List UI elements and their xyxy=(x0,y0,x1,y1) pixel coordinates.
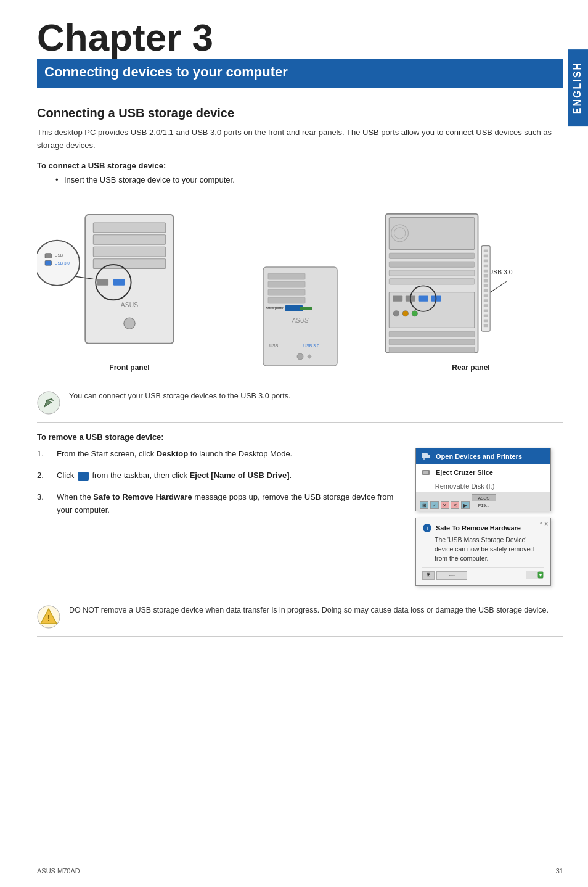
svg-rect-72 xyxy=(422,453,428,458)
safe-popup-title-bar: i Safe To Remove Hardware ᵃ × xyxy=(422,523,544,533)
step-2: 2. Click from the taskbar, then click Ej… xyxy=(37,469,403,482)
step-1-content: From the Start screen, click Desktop to … xyxy=(57,448,403,461)
step-1: 1. From the Start screen, click Desktop … xyxy=(37,448,403,461)
footer-left: ASUS M70AD xyxy=(37,867,80,875)
taskbar-start: ⊞ xyxy=(422,571,435,580)
taskbar-app: ::::: xyxy=(436,571,467,580)
safe-popup-close: ᵃ × xyxy=(540,521,548,527)
context-menu-item-2: Eject Cruzer Slice xyxy=(416,464,550,481)
svg-rect-24 xyxy=(300,307,312,310)
svg-text:USB 3.0: USB 3.0 xyxy=(489,269,513,276)
svg-rect-47 xyxy=(389,331,474,337)
chapter-title: Connecting devices to your computer xyxy=(37,59,563,85)
step-2-num: 2. xyxy=(37,469,49,482)
rear-panel-svg: USB 3.0 xyxy=(378,210,563,360)
tb-icon-5: ▶ xyxy=(461,501,470,509)
svg-rect-65 xyxy=(484,304,488,307)
safe-to-remove-popup: i Safe To Remove Hardware ᵃ × The 'USB M… xyxy=(415,518,551,586)
svg-rect-14 xyxy=(45,261,51,266)
safe-popup-footer: ⊞ ::::: xyxy=(422,567,544,580)
svg-rect-73 xyxy=(428,455,430,458)
usb-icon xyxy=(421,468,431,477)
svg-rect-74 xyxy=(423,458,425,460)
front-panel-svg: ASUS USB USB 3.0 xyxy=(37,199,222,360)
tb-icon-4: ✕ xyxy=(451,501,459,509)
svg-point-46 xyxy=(412,311,417,316)
svg-rect-3 xyxy=(93,247,165,257)
svg-rect-21 xyxy=(268,297,305,303)
safe-popup-taskbar: ⊞ ::::: xyxy=(422,571,467,580)
svg-text:!: ! xyxy=(47,613,51,623)
svg-rect-2 xyxy=(93,235,165,245)
warning-box: ! DO NOT remove a USB storage device whe… xyxy=(37,596,563,637)
eject-cruzer-slice-label: Eject Cruzer Slice xyxy=(436,469,493,476)
svg-text:USB 3.0: USB 3.0 xyxy=(55,261,70,265)
body-text: This desktop PC provides USB 2.0/1.1 and… xyxy=(37,126,563,152)
rear-panel-label: Rear panel xyxy=(452,363,489,372)
steps-right: Open Devices and Printers Eject Cruzer S… xyxy=(415,448,563,586)
warning-text: DO NOT remove a USB storage device when … xyxy=(69,604,549,616)
taskbar-icon xyxy=(78,472,89,481)
svg-rect-18 xyxy=(268,273,305,279)
svg-rect-76 xyxy=(423,471,428,474)
safe-popup-tray xyxy=(526,571,544,580)
svg-point-45 xyxy=(402,311,408,316)
safe-popup-body: The 'USB Mass Storage Device' device can… xyxy=(435,535,544,563)
svg-rect-13 xyxy=(45,254,51,258)
page-footer: ASUS M70AD 31 xyxy=(37,862,563,875)
note-icon xyxy=(37,391,60,415)
svg-rect-5 xyxy=(97,279,108,286)
context-menu-toolbar: ⊞ ✓ ✕ ✕ ▶ ASUS P19... xyxy=(416,492,550,511)
devices-icon xyxy=(421,452,431,461)
step-3-content: When the Safe to Remove Hardware message… xyxy=(57,491,403,517)
svg-rect-42 xyxy=(419,295,428,301)
svg-text:ASUS: ASUS xyxy=(291,317,309,324)
english-tab-label: ENGLISH xyxy=(572,62,582,114)
svg-rect-58 xyxy=(484,270,488,273)
svg-rect-48 xyxy=(389,339,474,345)
step-3: 3. When the Safe to Remove Hardware mess… xyxy=(37,491,403,517)
usb-device-svg: ASUS USB USB 3.0 USB ports xyxy=(251,261,349,372)
svg-rect-38 xyxy=(389,279,474,284)
svg-point-28 xyxy=(308,355,311,358)
svg-rect-37 xyxy=(389,270,474,276)
usb-device-box: ASUS USB USB 3.0 USB ports xyxy=(251,261,349,372)
svg-rect-1 xyxy=(93,223,165,233)
tb-icon-1: ⊞ xyxy=(420,501,428,509)
svg-rect-67 xyxy=(484,314,488,317)
tb-icon-2: ✓ xyxy=(430,501,439,509)
warning-icon: ! xyxy=(37,605,60,629)
svg-rect-69 xyxy=(484,324,488,328)
steps-area: 1. From the Start screen, click Desktop … xyxy=(37,448,563,586)
note-box: You can connect your USB storage devices… xyxy=(37,382,563,423)
svg-rect-54 xyxy=(484,249,488,252)
steps-left: 1. From the Start screen, click Desktop … xyxy=(37,448,403,586)
chapter-number: Chapter 3 xyxy=(37,19,563,57)
svg-rect-49 xyxy=(389,347,474,352)
toolbar-icons-label: ⊞ ✓ ✕ ✕ ▶ ASUS P19... xyxy=(420,494,496,509)
svg-text:USB 3.0: USB 3.0 xyxy=(303,344,319,348)
section-heading: Connecting a USB storage device xyxy=(37,106,563,120)
tb-icon-3: ✕ xyxy=(441,501,449,509)
rear-panel-box: USB 3.0 Rear panel xyxy=(378,210,563,372)
context-menu-item-1: Open Devices and Printers xyxy=(416,448,550,464)
safe-popup-title-text: Safe To Remove Hardware xyxy=(436,524,521,532)
svg-rect-55 xyxy=(484,254,488,257)
svg-rect-61 xyxy=(484,284,488,287)
svg-rect-64 xyxy=(484,299,488,302)
open-devices-printers-label: Open Devices and Printers xyxy=(436,453,522,460)
svg-point-7 xyxy=(124,318,135,329)
svg-rect-66 xyxy=(484,309,488,312)
svg-rect-32 xyxy=(389,217,474,249)
to-connect-label: To connect a USB storage device: xyxy=(37,161,563,170)
svg-rect-59 xyxy=(484,274,488,278)
svg-point-44 xyxy=(393,311,399,316)
context-menu-sub-item: - Removable Disk (I:) xyxy=(416,481,550,492)
svg-rect-6 xyxy=(113,279,125,286)
svg-rect-60 xyxy=(484,279,488,283)
step-2-content: Click from the taskbar, then click Eject… xyxy=(57,469,403,482)
svg-rect-20 xyxy=(268,289,305,295)
svg-rect-56 xyxy=(484,260,488,263)
svg-rect-40 xyxy=(393,295,402,301)
svg-point-27 xyxy=(297,353,303,360)
